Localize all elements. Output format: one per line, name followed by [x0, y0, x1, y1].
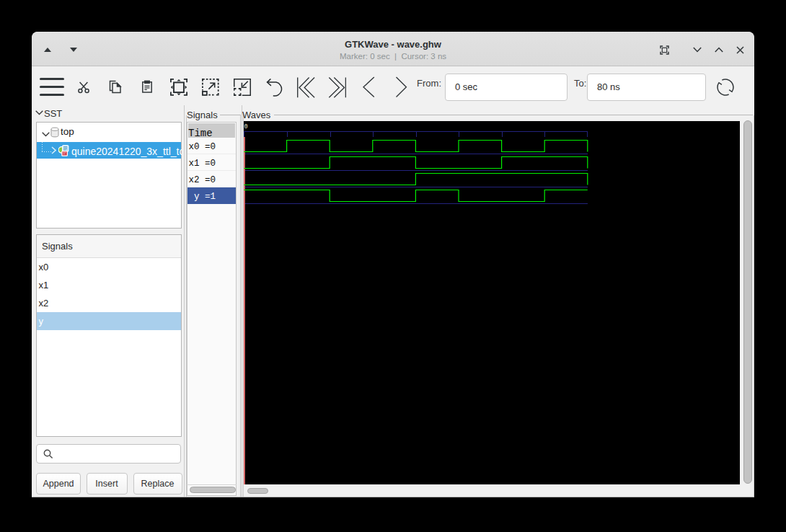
svg-text:0: 0 [244, 123, 248, 130]
